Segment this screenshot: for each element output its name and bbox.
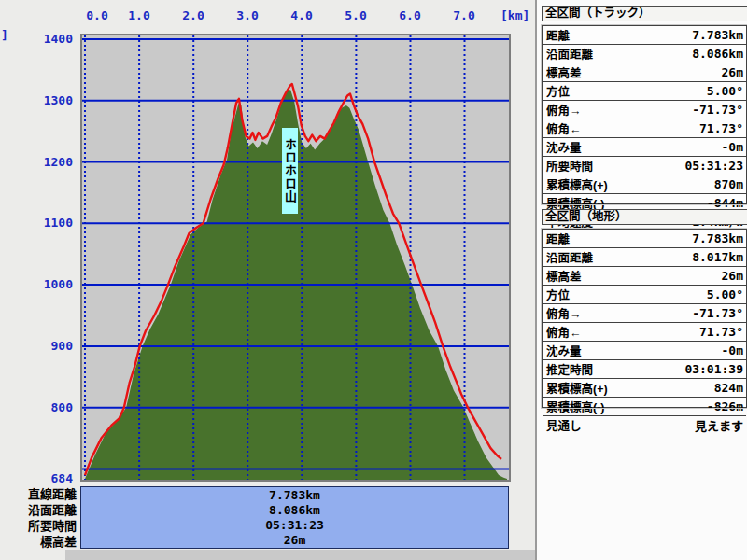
stat-value: -844m [707, 196, 743, 210]
stat-value: 7.783km [692, 28, 743, 42]
stat-label: 沈み量 [546, 342, 582, 359]
stat-label: 累積標高(+) [546, 379, 608, 397]
stat-label: 距離 [546, 230, 570, 247]
stat-label: 累積標高(-) [546, 398, 605, 415]
stat-row: 俯角→-71.73° [543, 101, 746, 119]
summary-label: 標高差 [0, 534, 77, 550]
summary-label: 沿面距離 [0, 502, 77, 518]
stat-row: 距離7.783km [543, 230, 746, 248]
stat-row: 見通し見えます [543, 416, 746, 434]
stat-value: -0m [722, 343, 743, 357]
stat-row: 沿面距離8.017km [543, 248, 746, 267]
stat-row: 沿面距離8.086km [543, 45, 746, 63]
stat-value: -71.73° [692, 306, 743, 320]
stat-value: 5.00° [707, 287, 743, 301]
y-tick-label: 1400 [0, 32, 73, 46]
stat-row: 累積標高(-)-826m [543, 398, 746, 416]
stat-label: 累積標高(+) [546, 175, 608, 193]
x-axis-unit: [km] [500, 8, 529, 22]
stat-value: -71.73° [692, 103, 743, 117]
summary-surface-distance: 8.086km [81, 503, 508, 518]
stat-value: 05:31:23 [684, 159, 743, 173]
stat-label: 方位 [546, 82, 570, 100]
stat-value: 26m [722, 269, 743, 283]
stat-label: 標高差 [546, 63, 582, 81]
stat-value: -826m [707, 399, 743, 413]
peak-annotation-label: ホロホロ山 [282, 128, 298, 214]
stat-row: 沈み量-0m [543, 138, 746, 157]
statistics-pane: 全区間（トラック） 距離7.783km沿面距離8.086km標高差26m方位5.… [535, 0, 747, 560]
stat-row: 方位5.00° [543, 82, 746, 101]
stat-label: 方位 [546, 286, 570, 303]
summary-label-column: 直線距離 沿面距離 所要時間 標高差 [0, 486, 77, 550]
stat-value: 26m [722, 65, 743, 79]
stat-label: 俯角← [546, 323, 582, 341]
stat-row: 距離7.783km [543, 26, 746, 45]
elevation-profile-chart[interactable]: ホロホロ山 [80, 34, 511, 482]
x-tick-label: 6.0 [391, 8, 429, 22]
y-tick-label: 900 [0, 339, 73, 353]
stat-row: 俯角←71.73° [543, 323, 746, 342]
stat-value: 5.00° [707, 84, 743, 98]
stat-row: 所要時間05:31:23 [543, 157, 746, 175]
elevation-profile-plot[interactable] [82, 35, 509, 480]
stat-value: -0m [722, 140, 743, 154]
summary-value-box: 7.783km 8.086km 05:31:23 26m [80, 486, 509, 549]
stat-label: 推定時間 [546, 360, 593, 378]
stat-row: 累積標高(+)824m [543, 379, 746, 398]
stat-value: 7.783km [692, 231, 743, 245]
x-tick-label: 5.0 [337, 8, 374, 22]
stat-value: 03:01:39 [684, 362, 743, 376]
x-tick-label: 0.0 [78, 8, 116, 22]
stat-value: 824m [714, 381, 743, 395]
stat-value: 71.73° [699, 121, 743, 135]
y-tick-label: 1100 [0, 216, 73, 230]
stat-label: 俯角← [546, 119, 582, 137]
x-tick-label: 4.0 [283, 8, 320, 22]
stat-row: 俯角→-71.73° [543, 304, 746, 323]
summary-elevation-difference: 26m [81, 533, 508, 548]
x-tick-label: 2.0 [175, 8, 212, 22]
stat-label: 沿面距離 [546, 248, 593, 266]
stat-row: 累積標高(+)870m [543, 175, 746, 194]
stat-row: 推定時間03:01:39 [543, 360, 746, 379]
stat-value: 見えます [695, 416, 743, 434]
stat-label: 見通し [546, 416, 582, 434]
stat-value: 8.086km [692, 47, 743, 61]
track-stats-table: 距離7.783km沿面距離8.086km標高差26m方位5.00°俯角→-71.… [542, 25, 747, 204]
y-tick-label: 800 [0, 400, 73, 414]
terrain-panel-header: 全区間（地形） [542, 209, 747, 225]
y-tick-label: 1000 [0, 277, 73, 291]
summary-straight-distance: 7.783km [81, 488, 508, 503]
stat-label: 俯角→ [546, 304, 582, 322]
stat-row: 沈み量-0m [543, 342, 746, 360]
stat-row: 方位5.00° [543, 286, 746, 304]
stat-label: 所要時間 [546, 157, 593, 175]
stat-value: 71.73° [699, 325, 743, 339]
x-tick-label: 3.0 [229, 8, 266, 22]
stat-value: 870m [714, 177, 743, 191]
stat-label: 沈み量 [546, 138, 582, 156]
summary-required-time: 05:31:23 [81, 518, 508, 533]
x-tick-label: 7.0 [445, 8, 483, 22]
stat-row: 標高差26m [543, 63, 746, 82]
y-tick-label: 1200 [0, 155, 73, 169]
stat-label: 標高差 [546, 267, 582, 285]
x-tick-label: 1.0 [120, 8, 158, 22]
stat-value: 8.017km [692, 250, 743, 264]
stat-row: 標高差26m [543, 267, 746, 286]
y-tick-label: 684 [0, 471, 73, 485]
stat-label: 俯角→ [546, 101, 582, 119]
summary-label: 所要時間 [0, 518, 77, 534]
stat-label: 沿面距離 [546, 45, 593, 63]
terrain-stats-table: 距離7.783km沿面距離8.017km標高差26m方位5.00°俯角→-71.… [542, 229, 747, 408]
summary-label: 直線距離 [0, 486, 77, 502]
track-panel-header: 全区間（トラック） [542, 6, 747, 21]
y-tick-label: 1300 [0, 93, 73, 107]
stat-row: 俯角←71.73° [543, 119, 746, 138]
stat-label: 距離 [546, 26, 570, 44]
bottom-gray-strip [65, 550, 535, 560]
